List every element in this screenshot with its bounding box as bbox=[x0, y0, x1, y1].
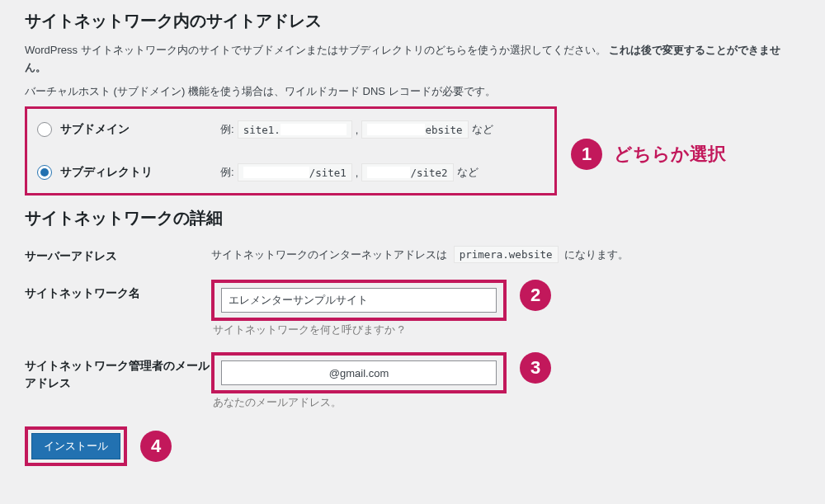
subdomain-example: 例: site1. , ebsite など bbox=[220, 120, 493, 139]
subdomain-radio-cell[interactable]: サブドメイン bbox=[37, 122, 220, 137]
server-address-content: サイトネットワークのインターネットアドレスは primera.website に… bbox=[211, 243, 800, 262]
annotation-1: 1 どちらか選択 bbox=[571, 139, 726, 170]
admin-email-label: サイトネットワーク管理者のメールアドレス bbox=[25, 352, 211, 392]
description-line-2: バーチャルホスト (サブドメイン) 機能を使う場合は、ワイルドカード DNS レ… bbox=[25, 83, 800, 101]
subdirectory-example: 例: /site1 , /site2 など bbox=[220, 163, 478, 181]
subdirectory-label: サブディレクトリ bbox=[60, 165, 153, 180]
subdirectory-radio-cell[interactable]: サブディレクトリ bbox=[37, 165, 220, 180]
server-address-row: サーバーアドレス サイトネットワークのインターネットアドレスは primera.… bbox=[25, 243, 800, 265]
badge-4: 4 bbox=[140, 431, 172, 462]
badge-2: 2 bbox=[520, 280, 551, 311]
description-line-1: WordPress サイトネットワーク内のサイトでサブドメインまたはサブディレク… bbox=[25, 42, 800, 77]
badge-3: 3 bbox=[520, 352, 551, 384]
section-heading-details: サイトネットワークの詳細 bbox=[25, 207, 800, 229]
subdirectory-row: サブディレクトリ 例: /site1 , /site2 など bbox=[37, 163, 546, 181]
server-address-code: primera.website bbox=[454, 246, 559, 263]
admin-email-helper: あなたのメールアドレス。 bbox=[213, 395, 507, 410]
radio-subdomain[interactable] bbox=[37, 122, 52, 137]
install-button[interactable]: インストール bbox=[31, 433, 120, 459]
network-name-label: サイトネットワーク名 bbox=[25, 280, 211, 302]
network-name-row: サイトネットワーク名 サイトネットワークを何と呼びますか ? 2 bbox=[25, 280, 800, 337]
network-name-highlight bbox=[211, 280, 507, 321]
admin-email-row: サイトネットワーク管理者のメールアドレス あなたのメールアドレス。 3 bbox=[25, 352, 800, 410]
subdomain-label: サブドメイン bbox=[60, 122, 130, 137]
network-name-input[interactable] bbox=[221, 288, 497, 313]
admin-email-input[interactable] bbox=[221, 360, 497, 385]
network-name-helper: サイトネットワークを何と呼びますか ? bbox=[213, 323, 507, 337]
address-type-radio-group: サブドメイン 例: site1. , ebsite など サブディレクトリ 例:… bbox=[25, 106, 557, 195]
annotation-1-label: どちらか選択 bbox=[614, 142, 726, 167]
radio-subdirectory[interactable] bbox=[37, 165, 52, 180]
badge-1: 1 bbox=[571, 139, 602, 170]
section-heading-address: サイトネットワーク内のサイトアドレス bbox=[25, 10, 800, 32]
install-highlight: インストール bbox=[25, 426, 127, 466]
desc-1a: WordPress サイトネットワーク内のサイトでサブドメインまたはサブディレク… bbox=[25, 44, 606, 56]
install-row: インストール 4 bbox=[25, 426, 800, 466]
server-address-label: サーバーアドレス bbox=[25, 243, 211, 265]
subdomain-row: サブドメイン 例: site1. , ebsite など bbox=[37, 120, 546, 139]
admin-email-highlight bbox=[211, 352, 507, 393]
